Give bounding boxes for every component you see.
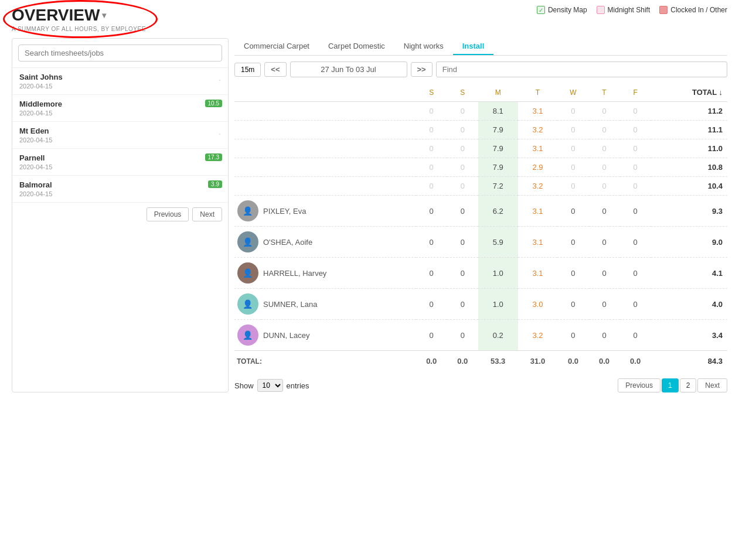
- cell-2[interactable]: 7.2: [478, 177, 518, 196]
- cell-4[interactable]: 0: [557, 139, 588, 158]
- emp-cell-0[interactable]: 0: [416, 227, 447, 258]
- find-input[interactable]: [436, 62, 727, 77]
- emp-cell-0[interactable]: 0: [416, 196, 447, 227]
- emp-cell-4[interactable]: 0: [557, 227, 588, 258]
- cell-3[interactable]: 2.9: [518, 158, 558, 177]
- emp-cell-3[interactable]: 3.2: [518, 320, 558, 351]
- emp-cell-0[interactable]: 0: [416, 258, 447, 289]
- cell-0[interactable]: 0: [416, 121, 447, 139]
- emp-cell-1[interactable]: 0: [447, 258, 478, 289]
- sidebar-item[interactable]: Parnell 2020-04-15 17.3: [12, 149, 228, 176]
- sidebar-item[interactable]: Mt Eden 2020-04-15 ·: [12, 122, 228, 149]
- cell-4[interactable]: 0: [557, 102, 588, 121]
- cell-1[interactable]: 0: [447, 139, 478, 158]
- emp-cell-3[interactable]: 3.1: [518, 227, 558, 258]
- cell-5[interactable]: 0: [589, 139, 620, 158]
- cell-3[interactable]: 3.2: [518, 177, 558, 196]
- cell-2[interactable]: 8.1: [478, 102, 518, 121]
- cell-4[interactable]: 0: [557, 121, 588, 139]
- emp-cell-6[interactable]: 0: [620, 289, 651, 320]
- cell-6[interactable]: 0: [620, 158, 651, 177]
- page-2-button[interactable]: 2: [680, 378, 697, 392]
- emp-cell-2[interactable]: 6.2: [478, 196, 518, 227]
- cell-2[interactable]: 7.9: [478, 139, 518, 158]
- emp-cell-6[interactable]: 0: [620, 320, 651, 351]
- cell-0[interactable]: 0: [416, 139, 447, 158]
- cell-3[interactable]: 3.1: [518, 102, 558, 121]
- cell-0[interactable]: 0: [416, 102, 447, 121]
- emp-cell-1[interactable]: 0: [447, 227, 478, 258]
- emp-cell-7[interactable]: 4.0: [651, 289, 727, 320]
- emp-cell-0[interactable]: 0: [416, 289, 447, 320]
- cell-6[interactable]: 0: [620, 177, 651, 196]
- tab-night-works[interactable]: Night works: [394, 38, 453, 55]
- emp-cell-7[interactable]: 9.3: [651, 196, 727, 227]
- cell-5[interactable]: 0: [589, 102, 620, 121]
- emp-cell-3[interactable]: 3.0: [518, 289, 558, 320]
- previous-page-button[interactable]: Previous: [618, 378, 660, 392]
- cell-6[interactable]: 0: [620, 102, 651, 121]
- emp-cell-1[interactable]: 0: [447, 289, 478, 320]
- emp-cell-3[interactable]: 3.1: [518, 258, 558, 289]
- cell-3[interactable]: 3.2: [518, 121, 558, 139]
- cell-2[interactable]: 7.9: [478, 158, 518, 177]
- next-page-button[interactable]: Next: [697, 378, 727, 392]
- cell-7[interactable]: 10.4: [651, 177, 727, 196]
- cell-1[interactable]: 0: [447, 158, 478, 177]
- emp-cell-4[interactable]: 0: [557, 320, 588, 351]
- entries-select[interactable]: 10 25 50: [257, 379, 283, 392]
- cell-4[interactable]: 0: [557, 177, 588, 196]
- emp-cell-7[interactable]: 4.1: [651, 258, 727, 289]
- cell-0[interactable]: 0: [416, 177, 447, 196]
- cell-7[interactable]: 11.0: [651, 139, 727, 158]
- emp-cell-2[interactable]: 0.2: [478, 320, 518, 351]
- emp-cell-4[interactable]: 0: [557, 289, 588, 320]
- emp-cell-7[interactable]: 9.0: [651, 227, 727, 258]
- cell-2[interactable]: 7.9: [478, 121, 518, 139]
- tab-install[interactable]: Install: [453, 38, 494, 55]
- emp-cell-4[interactable]: 0: [557, 258, 588, 289]
- prev-week-button[interactable]: <<: [264, 62, 286, 77]
- cell-5[interactable]: 0: [589, 121, 620, 139]
- cell-5[interactable]: 0: [589, 158, 620, 177]
- sidebar-item[interactable]: Balmoral 2020-04-15 3.9: [12, 176, 228, 203]
- emp-cell-2[interactable]: 5.9: [478, 227, 518, 258]
- emp-cell-2[interactable]: 1.0: [478, 258, 518, 289]
- title-dropdown-arrow[interactable]: ▾: [102, 11, 106, 20]
- cell-0[interactable]: 0: [416, 158, 447, 177]
- emp-cell-6[interactable]: 0: [620, 227, 651, 258]
- tab-carpet-domestic[interactable]: Carpet Domestic: [319, 38, 394, 55]
- sidebar-next-button[interactable]: Next: [192, 207, 222, 221]
- time-interval-button[interactable]: 15m: [234, 63, 261, 77]
- cell-4[interactable]: 0: [557, 158, 588, 177]
- emp-cell-5[interactable]: 0: [589, 289, 620, 320]
- emp-cell-1[interactable]: 0: [447, 320, 478, 351]
- cell-5[interactable]: 0: [589, 177, 620, 196]
- sidebar-previous-button[interactable]: Previous: [147, 207, 189, 221]
- emp-cell-3[interactable]: 3.1: [518, 196, 558, 227]
- next-week-button[interactable]: >>: [411, 62, 432, 77]
- emp-cell-2[interactable]: 1.0: [478, 289, 518, 320]
- sidebar-item[interactable]: Saint Johns 2020-04-15 ·: [12, 68, 228, 95]
- emp-cell-5[interactable]: 0: [589, 258, 620, 289]
- emp-cell-6[interactable]: 0: [620, 196, 651, 227]
- emp-cell-5[interactable]: 0: [589, 196, 620, 227]
- emp-cell-5[interactable]: 0: [589, 227, 620, 258]
- cell-3[interactable]: 3.1: [518, 139, 558, 158]
- page-1-button[interactable]: 1: [662, 378, 679, 392]
- search-input[interactable]: [18, 45, 222, 62]
- cell-7[interactable]: 11.2: [651, 102, 727, 121]
- emp-cell-1[interactable]: 0: [447, 196, 478, 227]
- emp-cell-5[interactable]: 0: [589, 320, 620, 351]
- cell-6[interactable]: 0: [620, 121, 651, 139]
- cell-1[interactable]: 0: [447, 177, 478, 196]
- emp-cell-4[interactable]: 0: [557, 196, 588, 227]
- emp-cell-6[interactable]: 0: [620, 258, 651, 289]
- cell-7[interactable]: 11.1: [651, 121, 727, 139]
- cell-7[interactable]: 10.8: [651, 158, 727, 177]
- cell-6[interactable]: 0: [620, 139, 651, 158]
- cell-1[interactable]: 0: [447, 102, 478, 121]
- cell-1[interactable]: 0: [447, 121, 478, 139]
- emp-cell-7[interactable]: 3.4: [651, 320, 727, 351]
- tab-commercial-carpet[interactable]: Commercial Carpet: [234, 38, 319, 55]
